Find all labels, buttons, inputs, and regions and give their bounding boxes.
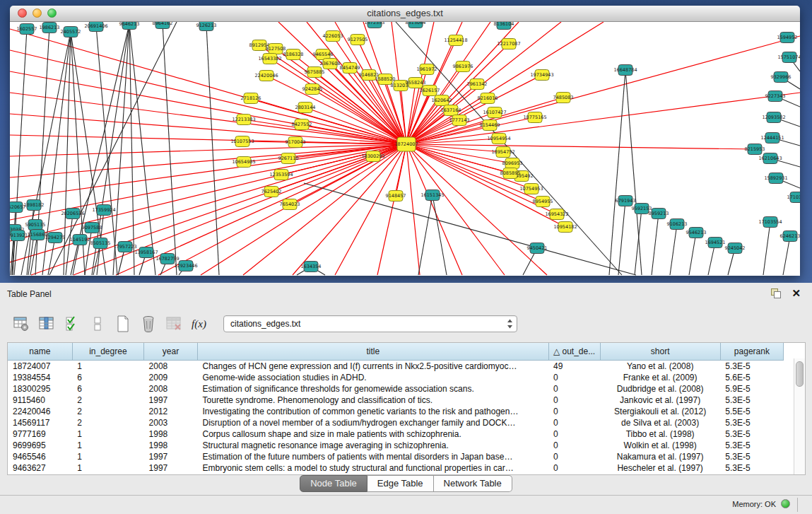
column-header-year[interactable]: year — [144, 343, 198, 361]
table-source-select[interactable]: citations_edges.txt — [223, 315, 517, 332]
reference-edge[interactable] — [304, 183, 636, 275]
graph-node-label: 9861976 — [453, 64, 473, 69]
graph-node-label: 9106213 — [667, 221, 688, 227]
table-cell: Estimation of the future numbers of pati… — [198, 451, 549, 462]
window-titlebar[interactable]: citations_edges.txt — [10, 6, 800, 22]
reference-edge[interactable] — [763, 222, 770, 275]
table-row[interactable]: 977716911998Corpus callosum shape and si… — [8, 428, 784, 440]
table-cell: 2009 — [144, 372, 198, 383]
function-builder-icon[interactable]: f(x) — [189, 315, 208, 334]
reference-edge[interactable] — [433, 195, 447, 275]
table-cell: 5.3E-5 — [720, 361, 783, 373]
float-panel-icon[interactable] — [771, 288, 781, 298]
graph-node-label: 15751074 — [777, 54, 800, 60]
citation-edge[interactable] — [242, 141, 406, 144]
graph-node-label: 1710355 — [787, 194, 800, 200]
table-cell: Stergiakouli et al. (2012) — [600, 406, 720, 417]
table-cell: Tibbo et al. (1998) — [600, 428, 720, 440]
table-row[interactable]: 946554611997Estimation of the future num… — [8, 451, 784, 462]
column-header-in_degree[interactable]: in_degree — [72, 343, 143, 361]
table-cell: 1 — [72, 428, 143, 440]
graph-node-label: 1898182 — [24, 202, 45, 208]
graph-node-label: 9242845 — [302, 86, 323, 92]
table-row[interactable]: 1830029562008Estimation of significance … — [8, 383, 784, 395]
graph-node-label: 18954752 — [491, 149, 514, 155]
table-row[interactable]: 946362711997Embryonic stem cells: a mode… — [8, 462, 784, 474]
table-cell: 2 — [72, 406, 143, 417]
column-header-pagerank[interactable]: pagerank — [720, 343, 783, 361]
graph-node-label: 1145192 — [70, 237, 90, 243]
reference-edge[interactable] — [618, 201, 625, 275]
column-header-short[interactable]: short — [600, 343, 720, 361]
graph-node-label: 8964162 — [153, 22, 173, 26]
citation-edge[interactable] — [406, 144, 505, 275]
graph-node-label: 9646213 — [119, 22, 140, 27]
graph-node-label: 2367608 — [320, 61, 341, 66]
table-cell: 9463627 — [8, 462, 72, 474]
table-cell: 5.3E-5 — [720, 440, 783, 451]
delete-columns-icon[interactable] — [139, 315, 158, 334]
graph-node-label: 7625402 — [261, 189, 282, 194]
table-cell: Wolkin et al. (1998) — [600, 440, 720, 451]
table-scrollbar[interactable] — [794, 358, 805, 474]
tab-network-table[interactable]: Network Table — [434, 475, 512, 492]
column-header-title[interactable]: title — [198, 343, 549, 361]
reference-edge[interactable] — [49, 22, 177, 275]
minimize-window-button[interactable] — [33, 8, 42, 18]
graph-node-label: 1588520 — [375, 76, 396, 82]
table-row[interactable]: 1456911722003Disruption of a novel membe… — [8, 417, 784, 428]
graph-node-label: 1602557 — [17, 26, 37, 32]
tab-node-table[interactable]: Node Table — [300, 475, 367, 492]
graph-node-label: 10954182 — [553, 224, 577, 230]
citation-network-graph[interactable]: 8912954912750816543382818632894655462367… — [10, 22, 800, 276]
select-all-columns-icon[interactable] — [62, 315, 81, 334]
show-columns-icon[interactable] — [37, 315, 56, 334]
zoom-window-button[interactable] — [47, 8, 57, 18]
table-cell: 0 — [548, 395, 600, 406]
graph-node-label: 1594952 — [777, 35, 798, 40]
citation-edge[interactable] — [335, 144, 406, 275]
graph-node-label: 1961342 — [467, 81, 488, 87]
reference-edge[interactable] — [609, 70, 625, 275]
reference-edge[interactable] — [92, 24, 129, 275]
table-row[interactable]: 2242004622012Investigating the contribut… — [8, 406, 784, 417]
graph-node-label: 12217087 — [497, 41, 520, 47]
reference-edge[interactable] — [625, 70, 642, 275]
create-column-icon[interactable] — [113, 315, 132, 334]
graph-node-label: 1626157 — [420, 88, 440, 93]
column-header-name[interactable]: name — [8, 343, 72, 361]
table-mode-icon[interactable] — [11, 315, 30, 334]
graph-node-label: 9154469 — [480, 122, 500, 128]
tab-edge-table[interactable]: Edge Table — [367, 475, 434, 492]
close-panel-icon[interactable]: ✕ — [792, 288, 801, 298]
table-row[interactable]: 1938455462009Genome-wide association stu… — [8, 372, 784, 383]
table-row[interactable]: 969969511998Structural magnetic resonanc… — [8, 440, 784, 451]
reference-edge[interactable] — [652, 214, 659, 275]
graph-node-label: 2405572 — [61, 29, 81, 35]
network-view-canvas[interactable]: 8912954912750816543382818632894655462367… — [10, 22, 800, 276]
unselect-all-columns-icon[interactable] — [88, 315, 107, 334]
citation-edge[interactable] — [251, 98, 406, 144]
table-scrollbar-thumb[interactable] — [796, 361, 804, 387]
graph-node-label: 2803144 — [295, 105, 316, 110]
table-cell: Hescheler et al. (1997) — [600, 462, 720, 474]
graph-node-label: 18724007 — [394, 141, 418, 147]
reference-edge[interactable] — [418, 195, 433, 275]
reference-edge[interactable] — [689, 233, 696, 275]
close-window-button[interactable] — [18, 8, 27, 18]
reference-edge[interactable] — [670, 224, 677, 275]
citation-edge[interactable] — [10, 144, 406, 177]
citation-edge[interactable] — [406, 144, 420, 275]
reference-edge[interactable] — [783, 236, 790, 275]
graph-node-label: 9127505 — [348, 37, 368, 42]
citation-edge[interactable] — [406, 36, 800, 144]
citation-edge[interactable] — [10, 144, 406, 156]
table-cell: 1 — [72, 361, 143, 373]
table-row[interactable]: 1872400712008Changes of HCN gene express… — [8, 361, 784, 373]
column-header-out_de[interactable]: △ out_de... — [548, 343, 600, 361]
table-cell: Tourette syndrome. Phenomenology and cla… — [198, 395, 549, 406]
table-cell: 2012 — [144, 406, 198, 417]
graph-node-label: 8215953 — [745, 146, 765, 152]
table-row[interactable]: 911546021997Tourette syndrome. Phenomeno… — [8, 395, 784, 406]
memory-status-indicator[interactable] — [781, 499, 790, 508]
